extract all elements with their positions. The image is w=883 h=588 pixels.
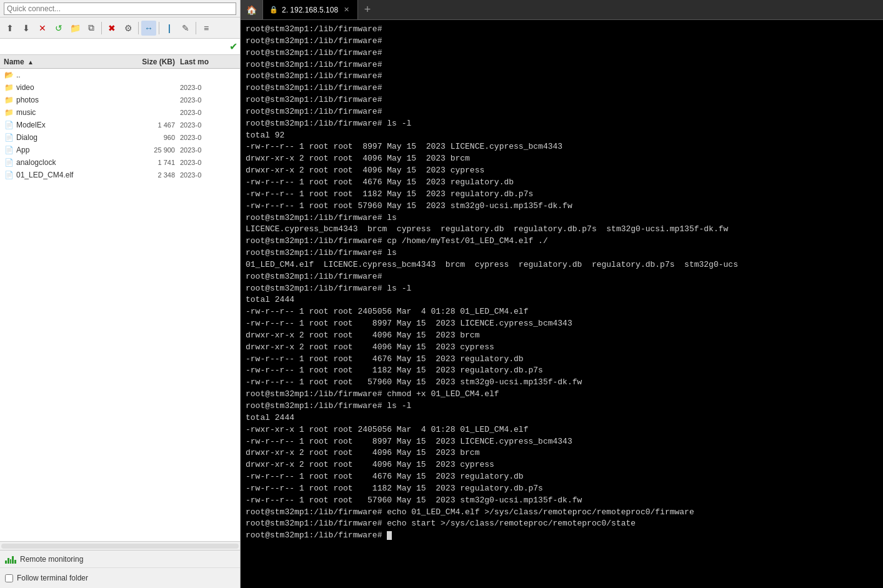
col-size-header[interactable]: Size (KB) <box>130 57 180 66</box>
file-size: 1 741 <box>130 159 180 166</box>
toolbar-download-btn[interactable]: ⬇ <box>19 21 34 36</box>
file-name: .. <box>16 71 130 79</box>
list-item[interactable]: 📄 01_LED_CM4.elf 2 348 2023-0 <box>0 169 240 181</box>
terminal-line: root@stm32mp1:/lib/firmware# ls -l <box>246 119 411 128</box>
folder-icon: 📁 <box>4 107 14 117</box>
terminal-cursor <box>387 531 392 540</box>
file-list: 📂 .. 📁 video 2023-0 📁 photos 2023-0 📁 mu… <box>0 69 240 541</box>
toolbar-highlight-btn[interactable]: | <box>162 21 177 36</box>
left-panel: ⬆ ⬇ ✕ ↺ 📁 ⧉ ✖ ⚙ ↔ | ✎ ≡ /home/myTest/ ✔ … <box>0 0 241 588</box>
list-item[interactable]: 📂 .. <box>0 69 240 81</box>
terminal-line: -rw-r--r-- 1 root root 2405056 Mar 4 01:… <box>246 307 528 316</box>
terminal-line: drwxr-xr-x 2 root root 4096 May 15 2023 … <box>246 342 494 352</box>
list-item[interactable]: 📄 ModelEx 1 467 2023-0 <box>0 119 240 131</box>
toolbar-newfolder-btn[interactable]: 📁 <box>67 21 82 36</box>
chart-bar-3 <box>10 559 12 564</box>
terminal-line: -rw-r--r-- 1 root root 4676 May 15 2023 … <box>246 177 514 187</box>
toolbar-delete-btn[interactable]: ✕ <box>35 21 50 36</box>
quick-connect-input[interactable] <box>4 2 236 15</box>
tab-192[interactable]: 🔒 2. 192.168.5.108 ✕ <box>263 0 358 19</box>
terminal-output[interactable]: root@stm32mp1:/lib/firmware# root@stm32m… <box>241 20 883 588</box>
file-date: 2023-0 <box>180 109 236 116</box>
file-date: 2023-0 <box>180 171 236 179</box>
terminal-line: drwxr-xr-x 2 root root 4096 May 15 2023 … <box>246 460 494 469</box>
follow-terminal-row: Follow terminal folder <box>0 568 240 588</box>
file-list-header: Name ▲ Size (KB) Last mo <box>0 55 240 69</box>
file-date: 2023-0 <box>180 146 236 154</box>
terminal-line: root@stm32mp1:/lib/firmware# <box>246 48 382 57</box>
file-name: video <box>16 83 130 92</box>
file-name: ModelEx <box>16 121 130 129</box>
terminal-line: -rw-r--r-- 1 root root 8997 May 15 2023 … <box>246 142 562 151</box>
terminal-line: root@stm32mp1:/lib/firmware# <box>246 36 382 46</box>
tab-lock-icon: 🔒 <box>269 6 278 14</box>
tab-home-btn[interactable]: 🏠 <box>241 0 263 19</box>
terminal-line: root@stm32mp1:/lib/firmware# <box>246 71 382 81</box>
hscroll-track[interactable] <box>1 544 239 549</box>
left-bottom: Remote monitoring Follow terminal folder <box>0 550 240 588</box>
remote-monitoring-label: Remote monitoring <box>20 555 83 564</box>
right-panel: 🏠 🔒 2. 192.168.5.108 ✕ + root@stm32mp1:/… <box>241 0 883 588</box>
file-name: music <box>16 108 130 117</box>
folder-icon: 📁 <box>4 95 14 105</box>
chart-bar-2 <box>7 558 9 564</box>
terminal-line: 01_LED_CM4.elf LICENCE.cypress_bcm4343 b… <box>246 260 738 269</box>
list-item[interactable]: 📄 analogclock 1 741 2023-0 <box>0 156 240 169</box>
terminal-line: -rw-r--r-- 1 root root 8997 May 15 2023 … <box>246 319 572 328</box>
terminal-line: root@stm32mp1:/lib/firmware# <box>246 60 382 69</box>
toolbar-copy-btn[interactable]: ⧉ <box>84 21 99 36</box>
file-date: 2023-0 <box>180 121 236 129</box>
add-tab-btn[interactable]: + <box>358 0 377 19</box>
toolbar-sep-1 <box>101 22 102 34</box>
terminal-line: -rw-r--r-- 1 root root 1182 May 15 2023 … <box>246 366 543 375</box>
list-item[interactable]: 📄 App 25 900 2023-0 <box>0 144 240 156</box>
terminal-line: root@stm32mp1:/lib/firmware# <box>246 83 382 92</box>
follow-terminal-checkbox[interactable] <box>5 574 13 582</box>
chart-bar-1 <box>5 561 7 564</box>
list-item[interactable]: 📁 music 2023-0 <box>0 106 240 119</box>
tab-label: 2. 192.168.5.108 <box>282 6 338 14</box>
toolbar-more-btn[interactable]: ≡ <box>199 21 214 36</box>
terminal-line: total 2444 <box>246 295 294 304</box>
tab-bar: 🏠 🔒 2. 192.168.5.108 ✕ + <box>241 0 883 20</box>
toolbar-cancel-btn[interactable]: ✖ <box>104 21 119 36</box>
terminal-line: root@stm32mp1:/lib/firmware# ls -l <box>246 401 411 411</box>
toolbar-properties-btn[interactable]: ⚙ <box>121 21 136 36</box>
file-icon: 📄 <box>4 132 14 142</box>
terminal-line: root@stm32mp1:/lib/firmware# echo 01_LED… <box>246 507 694 517</box>
file-size: 25 900 <box>130 146 180 154</box>
toolbar-sep-3 <box>159 22 159 34</box>
terminal-line: drwxr-xr-x 2 root root 4096 May 15 2023 … <box>246 448 479 457</box>
toolbar-refresh-btn[interactable]: ↺ <box>51 21 66 36</box>
terminal-line: -rw-r--r-- 1 root root 57960 May 15 2023… <box>246 377 582 387</box>
list-item[interactable]: 📁 photos 2023-0 <box>0 94 240 106</box>
terminal-line: -rw-r--r-- 1 root root 57960 May 15 2023… <box>246 496 582 505</box>
toolbar-upload-btn[interactable]: ⬆ <box>2 21 17 36</box>
remote-monitoring-row: Remote monitoring <box>0 551 240 568</box>
file-date: 2023-0 <box>180 96 236 104</box>
path-valid-icon: ✔ <box>229 41 237 52</box>
chart-bar-4 <box>12 556 14 564</box>
terminal-line: root@stm32mp1:/lib/firmware# <box>246 272 382 281</box>
file-icon: 📄 <box>4 145 14 155</box>
terminal-line: -rw-r--r-- 1 root root 8997 May 15 2023 … <box>246 437 572 446</box>
path-input[interactable]: /home/myTest/ <box>2 42 227 51</box>
toolbar-sync-btn[interactable]: ↔ <box>141 21 156 36</box>
file-date: 2023-0 <box>180 84 236 91</box>
list-item[interactable]: 📄 Dialog 960 2023-0 <box>0 131 240 144</box>
file-date: 2023-0 <box>180 134 236 141</box>
hscroll-area <box>0 541 240 550</box>
file-icon: 📄 <box>4 157 14 167</box>
folder-icon: 📁 <box>4 82 14 92</box>
terminal-line: -rw-r--r-- 1 root root 4676 May 15 2023 … <box>246 472 524 481</box>
terminal-line: drwxr-xr-x 2 root root 4096 May 15 2023 … <box>246 331 479 340</box>
toolbar-edit-btn[interactable]: ✎ <box>178 21 193 36</box>
tab-close-btn[interactable]: ✕ <box>342 5 351 14</box>
toolbar-sep-4 <box>196 22 196 34</box>
col-modified-header[interactable]: Last mo <box>180 57 236 66</box>
col-name-header[interactable]: Name ▲ <box>4 57 130 66</box>
file-size: 1 467 <box>130 121 180 129</box>
terminal-line: root@stm32mp1:/lib/firmware# echo start … <box>246 519 636 528</box>
list-item[interactable]: 📁 video 2023-0 <box>0 81 240 94</box>
terminal-line: total 92 <box>246 131 284 140</box>
